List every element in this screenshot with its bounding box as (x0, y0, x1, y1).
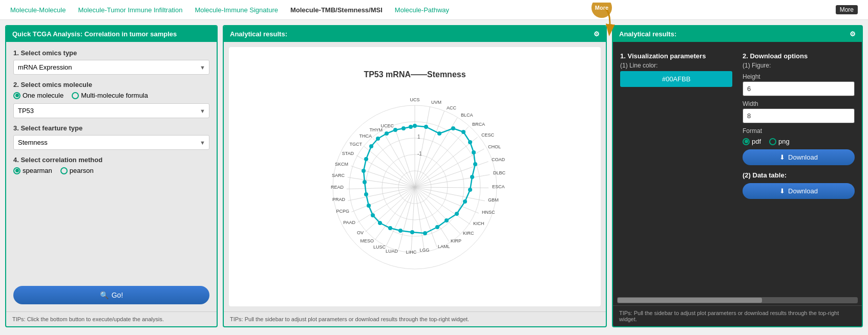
svg-text:1: 1 (417, 134, 420, 140)
svg-line-18 (415, 187, 489, 188)
svg-text:GBM: GBM (488, 197, 499, 203)
right-panel: Analytical results: ⚙ 1. Visualization p… (612, 25, 863, 327)
svg-point-54 (468, 188, 472, 192)
svg-text:SARC: SARC (332, 173, 345, 178)
svg-point-68 (362, 169, 366, 173)
download-title: 2. Download options (743, 52, 855, 60)
radio-one-molecule-indicator (13, 92, 20, 99)
svg-point-47 (437, 131, 441, 136)
nav-pathway[interactable]: Molecule-Pathway (395, 6, 449, 14)
molecule-select[interactable]: TP53 (13, 103, 209, 118)
feature-select[interactable]: Stemness (13, 135, 209, 150)
settings-icon[interactable]: ⚙ (594, 30, 600, 38)
feature-select-wrapper: Stemness ▼ (13, 135, 209, 150)
svg-text:UCS: UCS (410, 97, 419, 102)
nav-tumor-immune[interactable]: Molecule-Tumor Immune Infiltration (78, 6, 182, 14)
horizontal-scrollbar[interactable] (617, 297, 858, 303)
svg-line-14 (415, 137, 478, 187)
left-panel-footer: TIPs: Click the bottom button to execute… (6, 311, 217, 326)
svg-line-27 (398, 187, 415, 250)
step3-label: 3. Select fearture type (13, 124, 209, 132)
svg-point-71 (376, 137, 380, 141)
svg-point-46 (424, 125, 428, 129)
svg-line-13 (415, 126, 469, 187)
svg-point-56 (455, 212, 459, 216)
viz-params-col: 1. Visualization parameters (1) Line col… (620, 49, 732, 199)
left-panel-header: Quick TCGA Analysis: Correlation in tumo… (6, 26, 217, 42)
download-figure-button[interactable]: ⬇ Download (743, 149, 855, 165)
download-table-icon: ⬇ (779, 187, 785, 195)
step2-label: 2. Select omics molecule (13, 81, 209, 88)
radio-spearman[interactable]: spearman (13, 167, 52, 174)
svg-text:ESCA: ESCA (492, 184, 505, 189)
settings-icon-right[interactable]: ⚙ (850, 30, 856, 38)
go-button[interactable]: 🔍 Go! (13, 286, 209, 304)
svg-text:PRAD: PRAD (332, 197, 346, 202)
download-options-col: 2. Download options (1) Figure: Height W… (743, 49, 855, 199)
radio-multi-molecule-indicator (72, 92, 79, 99)
svg-point-59 (423, 231, 427, 235)
svg-point-75 (409, 125, 413, 129)
svg-text:LGG: LGG (419, 248, 429, 253)
svg-line-39 (373, 138, 415, 187)
more-button[interactable]: More (836, 5, 858, 14)
svg-text:MESO: MESO (360, 238, 374, 243)
svg-text:THCA: THCA (359, 133, 372, 139)
nav-immune-signature[interactable]: Molecule-Immune Signature (195, 6, 278, 14)
svg-point-60 (410, 230, 414, 234)
svg-text:PCPG: PCPG (336, 209, 349, 214)
left-panel: Quick TCGA Analysis: Correlation in tumo… (5, 25, 218, 327)
molecule-select-wrapper: TP53 ▼ (13, 103, 209, 118)
format-label: Format (743, 127, 855, 135)
svg-text:TGCT: TGCT (350, 142, 363, 147)
svg-point-74 (401, 126, 406, 130)
width-label: Width (743, 100, 855, 107)
svg-text:BLCA: BLCA (461, 113, 473, 118)
svg-point-61 (398, 229, 403, 233)
width-input[interactable] (743, 108, 855, 123)
line-color-button[interactable]: #00AFBB (620, 71, 732, 87)
scrollbar-thumb (618, 298, 762, 303)
svg-point-49 (461, 130, 465, 134)
svg-line-11 (415, 111, 444, 187)
search-icon: 🔍 (100, 291, 109, 299)
format-png-radio[interactable]: png (769, 138, 790, 145)
svg-point-67 (363, 180, 367, 184)
height-input[interactable] (743, 81, 855, 96)
svg-line-38 (364, 146, 415, 187)
svg-line-33 (348, 187, 415, 200)
nav-tmb-stemness[interactable]: Molecule-TMB/Stemness/MSI (290, 6, 383, 14)
viz-title: 1. Visualization parameters (620, 52, 732, 60)
svg-text:LUSC: LUSC (373, 244, 386, 250)
right-panel-header: Analytical results: ⚙ (613, 26, 862, 42)
svg-point-58 (435, 225, 439, 229)
svg-point-57 (444, 218, 449, 222)
svg-text:CHOL: CHOL (488, 144, 501, 149)
figure-label: (1) Figure: (743, 62, 855, 69)
svg-point-45 (413, 124, 417, 128)
download-table-button[interactable]: ⬇ Download (743, 183, 855, 199)
radio-spearman-indicator (13, 167, 20, 174)
nav-molecule-molecule[interactable]: Molecule-Molecule (10, 6, 66, 14)
svg-text:CESC: CESC (481, 132, 495, 138)
step1-label: 1. Select omics type (13, 49, 209, 57)
two-col-layout: 1. Visualization parameters (1) Line col… (620, 49, 855, 199)
svg-point-65 (367, 204, 371, 208)
format-png-indicator (769, 138, 776, 145)
format-pdf-radio[interactable]: pdf (743, 138, 761, 145)
svg-text:LIHC: LIHC (406, 250, 417, 255)
radio-pearson-indicator (60, 167, 68, 174)
radio-multi-molecule[interactable]: Multi-molecule formula (72, 92, 148, 99)
omics-type-select[interactable]: mRNA Expression (13, 60, 209, 75)
top-navigation: Molecule-Molecule Molecule-Tumor Immune … (0, 0, 868, 20)
svg-text:OV: OV (357, 230, 364, 235)
radio-one-molecule[interactable]: One molecule (13, 92, 63, 99)
right-panel-footer: TIPs: Pull the sidebar to adjust plot pa… (613, 305, 862, 326)
svg-point-53 (470, 175, 474, 179)
svg-point-62 (388, 226, 392, 230)
svg-line-16 (415, 161, 489, 187)
main-layout: Quick TCGA Analysis: Correlation in tumo… (0, 20, 868, 332)
mid-panel: Analytical results: ⚙ TP53 mRNA——Stemnes… (223, 25, 607, 327)
svg-point-63 (378, 221, 382, 225)
radio-pearson[interactable]: pearson (60, 167, 94, 174)
